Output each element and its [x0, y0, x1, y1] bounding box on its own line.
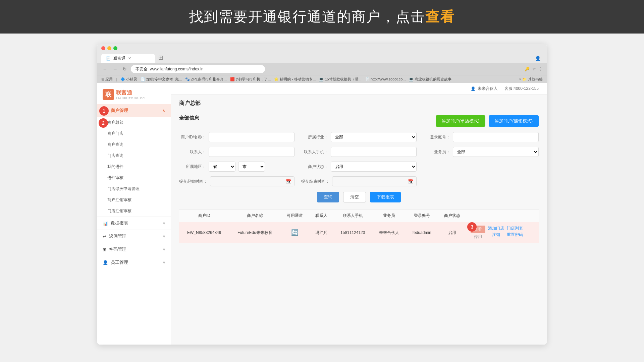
- sidebar-item-store-oasis[interactable]: 门店绿洲申请管理: [97, 183, 171, 194]
- user-info: 👤 未来合伙人: [471, 86, 498, 92]
- merchant-id-input[interactable]: [209, 132, 294, 142]
- query-button[interactable]: 查询: [317, 192, 339, 202]
- bm-2[interactable]: 📄 zpl指令中文参考_完...: [141, 77, 182, 82]
- main-content: 👤 未来合伙人 客服:4000-122-155 商户总部 全部信息 添加商户(单…: [171, 83, 547, 345]
- sidebar-logo: 联 联富通 LIANFUTONG.CC: [97, 83, 171, 104]
- submit-end-row: 提交结束时间： 📅: [301, 176, 417, 186]
- col-staff: 业务员: [372, 209, 406, 222]
- staff-select[interactable]: 全部: [453, 147, 539, 157]
- top-banner: 找到需要开通银行通道的商户，点击查看: [0, 0, 644, 34]
- submit-start-date[interactable]: 📅: [210, 176, 294, 186]
- clear-button[interactable]: 清空: [343, 192, 366, 202]
- chevron-down-icon-4: ∨: [163, 260, 165, 265]
- browser-window: 📄 联富通 ✕ ⊞ 👤 ← → ↻ 🔑 ☆ ⋮ ⊞ 应用 | 🔷 小精灵 📄 z…: [97, 44, 547, 345]
- submit-end-date[interactable]: 📅: [332, 176, 417, 186]
- annotation-badge-2: 2: [99, 118, 108, 128]
- bm-apps[interactable]: ⊞ 应用: [101, 77, 113, 82]
- cancel-link[interactable]: 注销: [492, 232, 500, 238]
- logo-icon: 联: [103, 89, 114, 100]
- staff-label: 业务员：: [423, 149, 450, 155]
- user-avatar-icon: 👤: [471, 86, 476, 91]
- cell-staff: 未来合伙人: [372, 222, 406, 243]
- stop-button[interactable]: 停用: [474, 234, 482, 240]
- bm-1[interactable]: 🔷 小精灵: [120, 77, 137, 82]
- status-select[interactable]: 启用: [331, 162, 417, 172]
- forward-button[interactable]: →: [111, 66, 119, 72]
- reset-password-link[interactable]: 重置密码: [507, 232, 523, 238]
- contact-row: 联系人：: [179, 147, 294, 157]
- annotation-badge-1: 1: [99, 106, 109, 116]
- star-icon[interactable]: ☆: [532, 67, 536, 71]
- address-bar: ← → ↻ 🔑 ☆ ⋮: [97, 63, 547, 75]
- sidebar: 联 联富通 LIANFUTONG.CC 🏠 商户管理 ∧ 1: [97, 83, 171, 345]
- close-button[interactable]: [101, 46, 105, 50]
- province-select[interactable]: 省: [209, 162, 235, 172]
- download-button[interactable]: 下载报表: [370, 192, 401, 202]
- logo-text-zh: 联富通: [116, 89, 145, 97]
- data-table: 商户ID 商户名称 可用通道 联系人 联系人手机 业务员 登录账号 商户状态: [179, 209, 539, 243]
- status-label: 商户状态：: [301, 164, 328, 170]
- cell-contact: 冯红兵: [309, 222, 333, 243]
- back-button[interactable]: ←: [101, 66, 109, 72]
- industry-row: 所属行业： 全部: [301, 132, 417, 142]
- sidebar-item-data-report[interactable]: 📊 数据报表 ∨: [97, 217, 171, 230]
- region-row: 所属地区： 省 市: [179, 162, 294, 172]
- user-icon: 👤: [103, 260, 108, 265]
- browser-tab[interactable]: 📄 联富通 ✕: [101, 54, 155, 63]
- browser-chrome: 📄 联富通 ✕ ⊞ 👤: [97, 44, 547, 63]
- add-store-link[interactable]: 添加门店: [488, 226, 504, 231]
- store-list-link[interactable]: 门店列表: [507, 226, 523, 231]
- sidebar-item-merchant-cancel[interactable]: 商户注销审核: [97, 194, 171, 205]
- bookmark-bar: ⊞ 应用 | 🔷 小精灵 📄 zpl指令中文参考_完... 🐾 ZPL条码打印指…: [97, 75, 547, 83]
- collapse-icon: ∧: [162, 108, 165, 113]
- banner-text: 找到需要开通银行通道的商户，点击查看: [189, 7, 455, 26]
- staff-row: 业务员： 全部: [423, 147, 539, 157]
- contact-phone-input[interactable]: [331, 147, 417, 157]
- sidebar-item-store-query[interactable]: 门店查询: [97, 150, 171, 161]
- bm-more[interactable]: » 📁 其他书签: [519, 77, 543, 82]
- col-login: 登录账号: [406, 209, 438, 222]
- bookmark-icon[interactable]: 🔑: [525, 67, 530, 71]
- contact-input[interactable]: [209, 147, 294, 157]
- sidebar-item-merchant-store[interactable]: 商户门店: [97, 128, 171, 139]
- section-title: 全部信息: [179, 115, 199, 121]
- maximize-button[interactable]: [113, 46, 117, 50]
- login-input[interactable]: [453, 132, 539, 142]
- chart-icon: 📊: [103, 221, 108, 226]
- submit-start-row: 提交起始时间： 📅: [179, 176, 294, 186]
- minimize-button[interactable]: [107, 46, 111, 50]
- sidebar-item-rebate[interactable]: ↩ 返佣管理 ∨: [97, 230, 171, 243]
- sidebar-item-merchant-hq[interactable]: 商户总部: [97, 117, 171, 128]
- bm-6[interactable]: 💻 15寸新款收银机（带...: [319, 77, 361, 82]
- chevron-down-icon-2: ∨: [163, 234, 165, 239]
- sidebar-item-my-inbound[interactable]: 我的进件: [97, 161, 171, 172]
- submit-end-label: 提交结束时间：: [301, 179, 329, 184]
- tab-close-icon[interactable]: ✕: [128, 56, 131, 61]
- sidebar-item-store-cancel[interactable]: 门店注销审核: [97, 205, 171, 217]
- filter-form: 商户ID/名称： 所属行业： 全部 登录账号：: [179, 132, 539, 186]
- add-single-merchant-button[interactable]: 添加商户(单店模式): [436, 115, 486, 127]
- col-merchant-name: 商户名称: [229, 209, 281, 222]
- sidebar-item-empty-code[interactable]: ⊞ 空码管理 ∨: [97, 243, 171, 256]
- industry-select[interactable]: 全部: [331, 132, 417, 142]
- form-buttons: 查询 清空 下载报表: [179, 192, 539, 202]
- reload-button[interactable]: ↻: [121, 66, 128, 72]
- add-chain-merchant-button[interactable]: 添加商户(连锁模式): [489, 115, 539, 127]
- bm-5[interactable]: ⭐ 精明购 - 移动营销专...: [274, 77, 316, 82]
- bm-3[interactable]: 🐾 ZPL条码打印指令介...: [185, 77, 226, 82]
- city-select[interactable]: 市: [238, 162, 265, 172]
- col-phone: 联系人手机: [333, 209, 372, 222]
- cell-actions: 3 查看 停用 添加门店 注销: [467, 222, 539, 243]
- col-actions: [467, 209, 539, 222]
- bm-8[interactable]: 💻 商业收银机的历史故事: [409, 77, 451, 82]
- bm-4[interactable]: 🟥 (转)学习打印机，了...: [230, 77, 271, 82]
- sidebar-item-staff[interactable]: 👤 员工管理 ∨: [97, 256, 171, 269]
- bm-7[interactable]: 🦷 http://www.sobot.co...: [365, 77, 406, 81]
- sidebar-item-merchant-query[interactable]: 商户查询: [97, 139, 171, 150]
- new-tab-button[interactable]: ⊞: [155, 52, 167, 63]
- url-input[interactable]: [131, 65, 265, 73]
- menu-icon[interactable]: ⋮: [539, 67, 543, 71]
- col-merchant-id: 商户ID: [179, 209, 229, 222]
- sidebar-item-inbound-review[interactable]: 进件审核: [97, 172, 171, 183]
- merchant-id-row: 商户ID/名称：: [179, 132, 294, 142]
